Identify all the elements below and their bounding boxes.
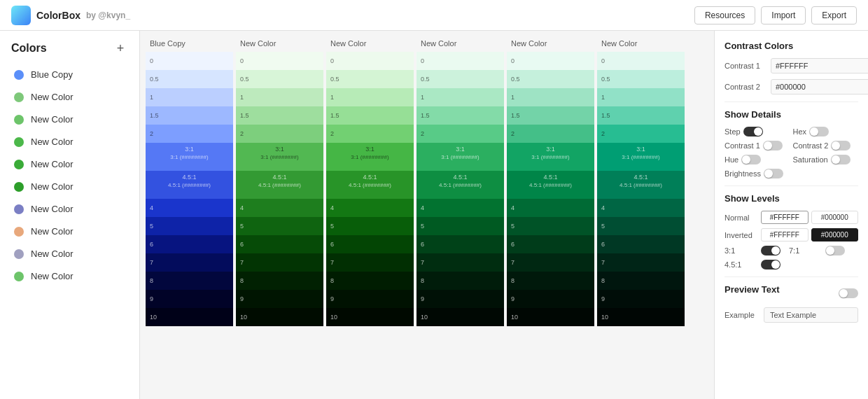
inverted-white-button[interactable]: #FFFFFF	[761, 228, 808, 241]
color-swatch[interactable]: 8	[236, 272, 323, 290]
color-swatch[interactable]: 8	[597, 272, 685, 290]
color-swatch[interactable]: 4	[146, 199, 233, 217]
color-swatch[interactable]: 7	[236, 253, 323, 272]
sidebar-item-new-color-1[interactable]: New Color	[3, 86, 136, 108]
color-swatch[interactable]: 0	[146, 52, 233, 70]
color-swatch[interactable]: 8	[416, 272, 504, 290]
sidebar-item-blue-copy[interactable]: Blue Copy	[3, 64, 136, 85]
color-swatch[interactable]: 0.5	[597, 70, 685, 88]
color-swatch[interactable]: 6	[326, 235, 414, 253]
color-swatch[interactable]: 3:13:1 (########)	[416, 143, 504, 171]
color-swatch[interactable]: 8	[146, 272, 233, 290]
color-swatch[interactable]: 1	[326, 88, 414, 106]
sidebar-item-new-color-8[interactable]: New Color	[3, 243, 136, 265]
color-swatch[interactable]: 1	[236, 88, 323, 106]
color-swatch[interactable]: 10	[507, 308, 594, 326]
color-swatch[interactable]: 4	[597, 199, 685, 217]
color-swatch[interactable]: 9	[597, 290, 685, 308]
sidebar-item-new-color-7[interactable]: New Color	[3, 220, 136, 242]
color-swatch[interactable]: 0	[326, 52, 414, 70]
color-swatch[interactable]: 6	[236, 235, 323, 253]
color-swatch[interactable]: 5	[416, 217, 504, 235]
color-swatch[interactable]: 9	[236, 290, 323, 308]
color-swatch[interactable]: 6	[416, 235, 504, 253]
color-swatch[interactable]: 4.5:14.5:1 (########)	[597, 171, 685, 199]
color-swatch[interactable]: 9	[146, 290, 233, 308]
sidebar-item-new-color-2[interactable]: New Color	[3, 108, 136, 130]
color-swatch[interactable]: 0	[416, 52, 504, 70]
color-swatch[interactable]: 0.5	[236, 70, 323, 88]
color-swatch[interactable]: 4.5:14.5:1 (########)	[416, 171, 504, 199]
color-swatch[interactable]: 3:13:1 (########)	[146, 143, 233, 171]
color-swatch[interactable]: 0.5	[507, 70, 594, 88]
ratio45-toggle[interactable]	[761, 260, 780, 270]
color-swatch[interactable]: 4	[326, 199, 414, 217]
color-swatch[interactable]: 10	[236, 308, 323, 326]
color-swatch[interactable]: 10	[416, 308, 504, 326]
color-swatch[interactable]: 1.5	[326, 106, 414, 125]
color-swatch[interactable]: 1	[146, 88, 233, 106]
color-swatch[interactable]: 7	[146, 253, 233, 272]
detail-toggle[interactable]	[763, 141, 783, 150]
color-swatch[interactable]: 9	[507, 290, 594, 308]
color-swatch[interactable]: 5	[507, 217, 594, 235]
color-swatch[interactable]: 10	[146, 308, 233, 326]
color-swatch[interactable]: 4	[507, 199, 594, 217]
color-swatch[interactable]: 8	[507, 272, 594, 290]
color-swatch[interactable]: 3:13:1 (########)	[597, 143, 685, 171]
sidebar-item-new-color-4[interactable]: New Color	[3, 153, 136, 175]
color-swatch[interactable]: 2	[416, 125, 504, 143]
color-swatch[interactable]: 7	[416, 253, 504, 272]
detail-toggle[interactable]	[743, 127, 763, 136]
color-swatch[interactable]: 4.5:14.5:1 (########)	[507, 171, 594, 199]
color-swatch[interactable]: 5	[597, 217, 685, 235]
import-button[interactable]: Import	[761, 6, 806, 24]
color-swatch[interactable]: 3:13:1 (########)	[236, 143, 323, 171]
color-swatch[interactable]: 1	[597, 88, 685, 106]
color-swatch[interactable]: 10	[597, 308, 685, 326]
resources-button[interactable]: Resources	[694, 6, 755, 24]
color-swatch[interactable]: 10	[326, 308, 414, 326]
color-swatch[interactable]: 6	[507, 235, 594, 253]
color-swatch[interactable]: 5	[236, 217, 323, 235]
detail-toggle[interactable]	[741, 155, 761, 164]
preview-toggle[interactable]	[839, 288, 858, 298]
ratio31-toggle[interactable]	[761, 246, 780, 255]
inverted-black-button[interactable]: #000000	[811, 228, 859, 241]
ratio71-toggle[interactable]	[825, 246, 845, 255]
contrast2-input[interactable]	[771, 79, 868, 94]
sidebar-item-new-color-6[interactable]: New Color	[3, 198, 136, 220]
sidebar-item-new-color-5[interactable]: New Color	[3, 176, 136, 197]
color-swatch[interactable]: 6	[146, 235, 233, 253]
color-swatch[interactable]: 1.5	[507, 106, 594, 125]
color-swatch[interactable]: 6	[597, 235, 685, 253]
color-swatch[interactable]: 2	[597, 125, 685, 143]
color-swatch[interactable]: 2	[236, 125, 323, 143]
color-swatch[interactable]: 9	[416, 290, 504, 308]
normal-black-button[interactable]: #000000	[811, 211, 859, 224]
sidebar-item-new-color-9[interactable]: New Color	[3, 265, 136, 287]
color-swatch[interactable]: 4.5:14.5:1 (########)	[326, 171, 414, 199]
color-swatch[interactable]: 1.5	[236, 106, 323, 125]
color-swatch[interactable]: 3:13:1 (########)	[326, 143, 414, 171]
add-color-button[interactable]: +	[113, 41, 128, 56]
color-swatch[interactable]: 4	[416, 199, 504, 217]
color-swatch[interactable]: 3:13:1 (########)	[507, 143, 594, 171]
contrast1-input[interactable]	[771, 58, 868, 74]
detail-toggle[interactable]	[809, 127, 829, 136]
color-swatch[interactable]: 2	[146, 125, 233, 143]
detail-toggle[interactable]	[831, 141, 850, 150]
color-swatch[interactable]: 7	[507, 253, 594, 272]
color-swatch[interactable]: 4	[236, 199, 323, 217]
color-swatch[interactable]: 4.5:14.5:1 (########)	[236, 171, 323, 199]
color-swatch[interactable]: 7	[597, 253, 685, 272]
color-swatch[interactable]: 4.5:14.5:1 (########)	[146, 171, 233, 199]
color-swatch[interactable]: 0.5	[416, 70, 504, 88]
color-swatch[interactable]: 0.5	[326, 70, 414, 88]
color-swatch[interactable]: 1.5	[416, 106, 504, 125]
color-swatch[interactable]: 1	[507, 88, 594, 106]
detail-toggle[interactable]	[764, 169, 783, 178]
color-swatch[interactable]: 5	[146, 217, 233, 235]
color-swatch[interactable]: 0.5	[146, 70, 233, 88]
color-swatch[interactable]: 7	[326, 253, 414, 272]
